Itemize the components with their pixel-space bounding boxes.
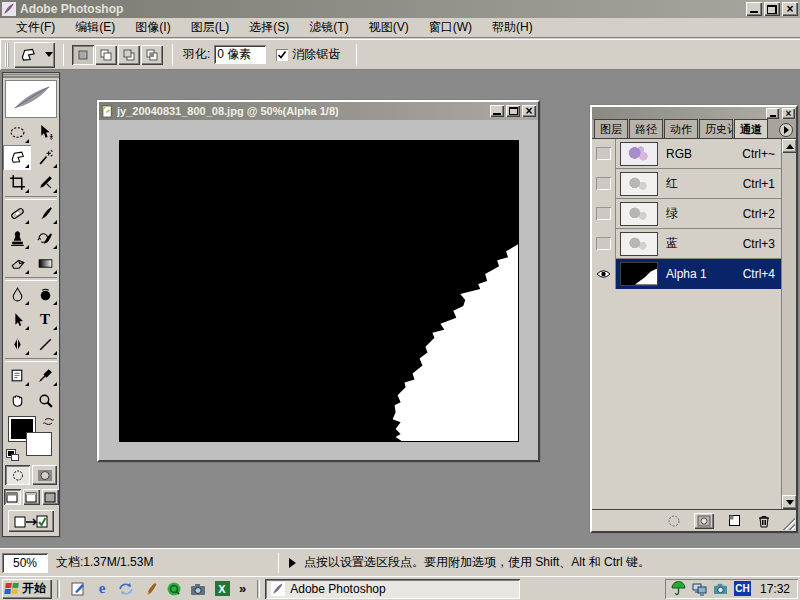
scroll-up-button[interactable] (782, 139, 796, 153)
menu-file[interactable]: 文件(F) (6, 17, 65, 38)
tab-layers[interactable]: 图层 (594, 119, 628, 138)
paintbrush-icon[interactable] (141, 580, 159, 598)
toolbox-drag-strip[interactable] (3, 73, 59, 78)
tool-line[interactable] (31, 332, 59, 357)
tool-eyedropper[interactable] (31, 363, 59, 388)
quicktime-icon[interactable] (165, 580, 183, 598)
selection-mode-new-button[interactable] (72, 45, 94, 65)
tray-camera-icon[interactable] (713, 581, 729, 597)
visibility-toggle[interactable] (592, 259, 616, 289)
standard-mode-button[interactable] (5, 465, 30, 485)
menu-select[interactable]: 选择(S) (239, 17, 299, 38)
feather-input[interactable] (214, 45, 266, 64)
zoom-level-field[interactable]: 50% (2, 553, 48, 573)
tab-channels[interactable]: 通道 (734, 119, 768, 138)
document-size-indicator[interactable]: 文档:1.37M/1.53M (48, 554, 278, 571)
close-button[interactable]: × (782, 2, 798, 16)
tool-eraser[interactable] (3, 251, 31, 276)
channel-row-alpha1[interactable]: Alpha 1 Ctrl+4 (592, 259, 796, 289)
tool-crop[interactable] (3, 170, 31, 195)
quick-mask-mode-button[interactable] (32, 465, 57, 485)
task-button-photoshop[interactable]: Adobe Photoshop (265, 579, 520, 599)
network-icon[interactable] (692, 581, 708, 597)
antialias-checkbox[interactable] (276, 49, 288, 61)
scroll-down-button[interactable] (782, 495, 796, 509)
visibility-toggle[interactable] (592, 199, 616, 229)
tool-magic-wand[interactable] (31, 145, 59, 170)
tool-pen[interactable] (3, 332, 31, 357)
tool-slice[interactable] (31, 170, 59, 195)
doc-minimize-button[interactable] (490, 105, 504, 117)
tool-type[interactable]: T (31, 307, 59, 332)
status-arrow-icon[interactable] (289, 558, 296, 568)
current-tool-preview[interactable] (14, 42, 55, 68)
palette-resize-grip[interactable] (783, 518, 795, 530)
tool-zoom[interactable] (31, 388, 59, 413)
channel-row-green[interactable]: 绿 Ctrl+2 (592, 199, 796, 229)
excel-icon[interactable]: X (213, 580, 231, 598)
swap-colors-icon[interactable] (42, 415, 55, 428)
tool-burn[interactable] (31, 282, 59, 307)
tab-actions[interactable]: 动作 (664, 119, 698, 138)
tool-brush[interactable] (31, 201, 59, 226)
tool-move[interactable] (31, 120, 59, 145)
tool-clone-stamp[interactable] (3, 226, 31, 251)
doc-close-button[interactable]: × (522, 105, 536, 117)
menu-filter[interactable]: 滤镜(T) (299, 17, 358, 38)
palette-scrollbar[interactable] (781, 139, 796, 509)
fullscreen-menubar-button[interactable] (23, 489, 40, 505)
save-selection-button[interactable] (694, 513, 714, 529)
menu-edit[interactable]: 编辑(E) (65, 17, 125, 38)
background-color-swatch[interactable] (27, 433, 51, 455)
umbrella-antivirus-icon[interactable] (671, 581, 687, 597)
tool-preset-dropdown[interactable] (42, 42, 55, 68)
tab-history[interactable]: 历史记 (699, 119, 733, 138)
new-channel-button[interactable] (724, 513, 744, 529)
jump-to-imageready-button[interactable] (8, 510, 54, 532)
app-titlebar[interactable]: Adobe Photoshop × (0, 0, 800, 18)
quick-launch-overflow[interactable]: » (237, 581, 248, 596)
selection-mode-intersect-button[interactable] (141, 45, 163, 65)
menu-window[interactable]: 窗口(W) (419, 17, 482, 38)
show-desktop-icon[interactable] (69, 580, 87, 598)
selection-mode-subtract-button[interactable] (118, 45, 140, 65)
options-grip[interactable] (5, 43, 9, 67)
visibility-toggle[interactable] (592, 139, 616, 169)
tool-notes[interactable] (3, 363, 31, 388)
menu-layer[interactable]: 图层(L) (181, 17, 240, 38)
tool-gradient[interactable] (31, 251, 59, 276)
default-colors-icon[interactable] (7, 450, 19, 461)
tool-polygonal-lasso[interactable] (3, 145, 31, 170)
tool-elliptical-marquee[interactable] (3, 120, 31, 145)
image-canvas[interactable] (119, 140, 519, 442)
tab-paths[interactable]: 路径 (629, 119, 663, 138)
visibility-toggle[interactable] (592, 169, 616, 199)
tool-hand[interactable] (3, 388, 31, 413)
channel-row-rgb[interactable]: RGB Ctrl+~ (592, 139, 796, 169)
camera-icon[interactable] (189, 580, 207, 598)
standard-screen-button[interactable] (4, 489, 21, 505)
tool-history-brush[interactable] (31, 226, 59, 251)
outlook-express-icon[interactable] (117, 580, 135, 598)
internet-explorer-icon[interactable]: e (93, 580, 111, 598)
photoshop-feather-logo[interactable] (5, 80, 57, 118)
tray-clock[interactable]: 17:32 (756, 582, 790, 596)
visibility-toggle[interactable] (592, 229, 616, 259)
load-selection-button[interactable] (664, 513, 684, 529)
tool-blur[interactable] (3, 282, 31, 307)
menu-image[interactable]: 图像(I) (125, 17, 180, 38)
palette-menu-button[interactable] (779, 123, 793, 137)
restore-button[interactable] (764, 2, 780, 16)
tool-path-select[interactable] (3, 307, 31, 332)
palette-minimize-button[interactable] (766, 108, 779, 119)
input-method-indicator[interactable]: CH (734, 581, 751, 596)
fullscreen-button[interactable] (42, 489, 59, 505)
start-button[interactable]: 开始 (2, 579, 52, 599)
tool-healing-brush[interactable] (3, 201, 31, 226)
menu-help[interactable]: 帮助(H) (482, 17, 543, 38)
selection-mode-add-button[interactable] (95, 45, 117, 65)
minimize-button[interactable] (746, 2, 762, 16)
document-titlebar[interactable]: jy_20040831_800_08.jpg @ 50%(Alpha 1/8) … (99, 102, 538, 120)
channel-row-blue[interactable]: 蓝 Ctrl+3 (592, 229, 796, 259)
palette-close-button[interactable]: × (782, 108, 795, 119)
